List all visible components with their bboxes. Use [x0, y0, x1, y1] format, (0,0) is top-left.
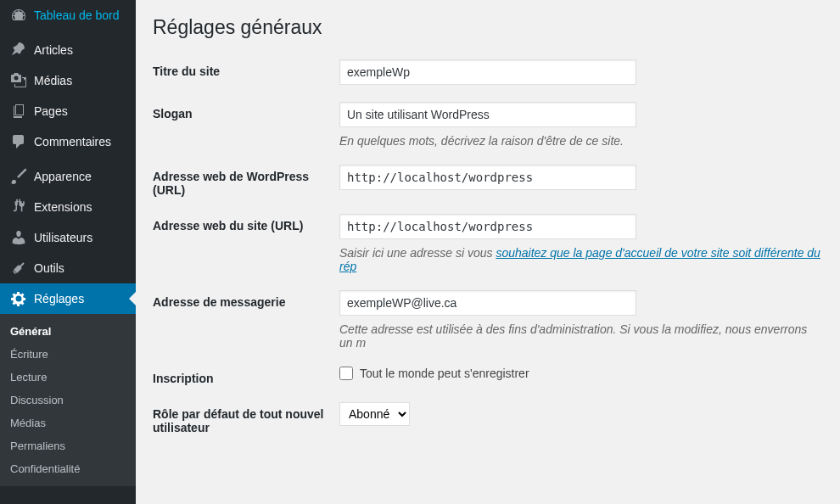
pin-icon	[10, 42, 27, 59]
sidebar-item-dashboard[interactable]: Tableau de bord	[0, 0, 136, 31]
user-icon	[10, 229, 27, 246]
sidebar-label: Réglages	[34, 292, 84, 305]
dashboard-icon	[10, 7, 27, 24]
submenu-item-discussion[interactable]: Discussion	[0, 389, 136, 412]
comment-icon	[10, 133, 27, 150]
sidebar-item-pages[interactable]: Pages	[0, 96, 136, 126]
sidebar-label: Outils	[34, 261, 64, 275]
email-label: Adresse de messagerie	[153, 290, 339, 309]
sidebar-item-posts[interactable]: Articles	[0, 35, 136, 65]
registration-checkbox-label[interactable]: Tout le monde peut s'enregistrer	[360, 367, 529, 380]
email-help: Cette adresse est utilisée à des fins d'…	[339, 322, 823, 350]
site-url-label: Adresse web du site (URL)	[153, 214, 339, 232]
sidebar-label: Utilisateurs	[34, 231, 92, 244]
settings-icon	[10, 290, 27, 307]
page-title: Réglages généraux	[153, 8, 823, 42]
sidebar-label: Commentaires	[34, 135, 111, 148]
site-title-label: Titre du site	[153, 59, 339, 78]
sidebar-label: Apparence	[34, 170, 92, 183]
sidebar-label: Médias	[34, 74, 72, 87]
sidebar-label: Extensions	[34, 200, 92, 214]
sidebar-item-plugins[interactable]: Extensions	[0, 192, 136, 222]
submenu-item-privacy[interactable]: Confidentialité	[0, 457, 136, 480]
plugin-icon	[10, 199, 27, 216]
settings-form: Titre du site Slogan En quelques mots, d…	[153, 59, 823, 434]
tagline-help: En quelques mots, décrivez la raison d'ê…	[339, 134, 823, 148]
site-url-help: Saisir ici une adresse si vous souhaitez…	[339, 246, 823, 273]
sidebar-item-media[interactable]: Médias	[0, 65, 136, 96]
sidebar-item-appearance[interactable]: Apparence	[0, 161, 136, 192]
submenu-item-writing[interactable]: Écriture	[0, 343, 136, 366]
tagline-input[interactable]	[339, 102, 636, 127]
submenu-item-general[interactable]: Général	[0, 320, 136, 343]
submenu-item-reading[interactable]: Lecture	[0, 366, 136, 389]
submenu-item-media[interactable]: Médias	[0, 412, 136, 434]
registration-checkbox[interactable]	[339, 367, 353, 380]
sidebar-item-settings[interactable]: Réglages	[0, 283, 136, 314]
sidebar-item-tools[interactable]: Outils	[0, 253, 136, 283]
site-url-input[interactable]	[339, 214, 636, 239]
submenu-item-permalinks[interactable]: Permaliens	[0, 434, 136, 457]
sidebar-label: Articles	[34, 43, 73, 57]
sidebar-item-comments[interactable]: Commentaires	[0, 126, 136, 157]
email-input[interactable]	[339, 290, 636, 316]
media-icon	[10, 72, 27, 89]
site-url-help-text: Saisir ici une adresse si vous	[339, 246, 496, 260]
content-area: Réglages généraux Titre du site Slogan E…	[136, 0, 840, 504]
registration-label: Inscription	[153, 367, 339, 385]
sidebar-label: Pages	[34, 104, 68, 118]
settings-submenu: Général Écriture Lecture Discussion Médi…	[0, 314, 136, 486]
admin-sidebar: Tableau de bord Articles Médias Pages Co…	[0, 0, 136, 504]
site-title-input[interactable]	[339, 59, 636, 85]
sidebar-item-users[interactable]: Utilisateurs	[0, 222, 136, 253]
default-role-select[interactable]: Abonné	[339, 402, 410, 426]
sidebar-label: Tableau de bord	[34, 8, 119, 22]
wp-url-input[interactable]	[339, 165, 636, 190]
wp-url-label: Adresse web de WordPress (URL)	[153, 165, 339, 197]
tagline-label: Slogan	[153, 102, 339, 120]
brush-icon	[10, 168, 27, 185]
tools-icon	[10, 260, 27, 277]
default-role-label: Rôle par défaut de tout nouvel utilisate…	[153, 402, 339, 434]
page-icon	[10, 103, 27, 120]
